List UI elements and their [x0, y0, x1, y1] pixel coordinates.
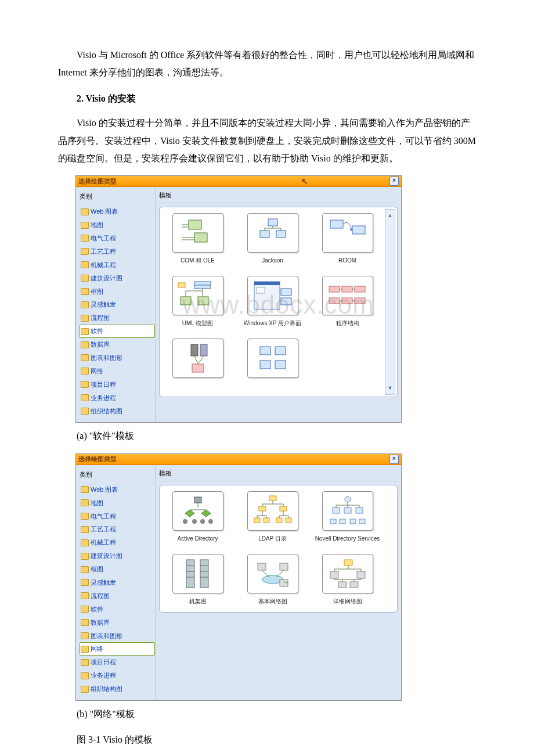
sidebar-item-label: 工艺工程 [91, 523, 116, 535]
svg-rect-29 [342, 286, 352, 292]
sidebar-item-图表和图形[interactable]: 图表和图形 [80, 351, 155, 365]
svg-rect-27 [281, 298, 291, 305]
svg-rect-58 [254, 518, 260, 523]
sidebar-item-业务进程[interactable]: 业务进程 [80, 391, 155, 405]
sidebar-item-机械工程[interactable]: 机械工程 [80, 536, 155, 549]
sidebar-item-电气工程[interactable]: 电气工程 [80, 232, 155, 245]
scrollbar[interactable]: ▲ ▼ [385, 209, 395, 395]
folder-icon [81, 315, 89, 322]
template-item[interactable]: Novell Directory Services [313, 491, 382, 546]
template-thumb-prog-icon [322, 276, 373, 315]
sidebar-item-建筑设计图[interactable]: 建筑设计图 [80, 549, 155, 563]
sidebar-item-label: 建筑设计图 [91, 550, 122, 562]
template-label: UML 模型图 [182, 318, 214, 330]
sidebar-item-组织结构图[interactable]: 组织结构图 [80, 682, 155, 696]
svg-rect-33 [355, 298, 365, 304]
sidebar-item-label: 组织结构图 [91, 683, 122, 695]
sidebar-item-框图[interactable]: 框图 [80, 563, 155, 576]
scroll-down-icon[interactable]: ▼ [388, 383, 393, 393]
sidebar-item-Web 图表[interactable]: Web 图表 [80, 205, 155, 218]
template-thumb-room-icon [322, 213, 373, 253]
sidebar-item-灵感触发[interactable]: 灵感触发 [80, 298, 155, 311]
folder-icon [81, 539, 89, 546]
figure-label: 图 3-1 Visio 的模板 [58, 731, 476, 748]
sidebar-item-label: Web 图表 [91, 206, 118, 218]
scroll-up-icon[interactable]: ▲ [388, 211, 393, 221]
sidebar-item-label: 地图 [91, 219, 103, 231]
folder-icon [81, 222, 89, 229]
close-icon[interactable]: × [389, 455, 399, 464]
folder-icon [81, 288, 89, 295]
template-header: 模板 [159, 467, 172, 480]
folder-icon [81, 672, 89, 679]
template-item[interactable]: 机架图 [163, 554, 232, 609]
svg-line-99 [262, 570, 269, 577]
template-item[interactable]: ROOM [313, 213, 382, 268]
template-thumb-com-icon [172, 213, 223, 253]
sidebar-item-label: 机械工程 [91, 259, 116, 271]
svg-rect-96 [258, 563, 266, 570]
close-icon[interactable]: × [389, 177, 399, 186]
category-header: 类别 [80, 190, 155, 203]
dialog-titlebar[interactable]: 选择绘图类型 ↖ × [76, 176, 401, 187]
svg-rect-102 [344, 560, 352, 566]
category-sidebar: 类别 Web 图表地图电气工程工艺工程机械工程建筑设计图框图灵感触发流程图软件数… [76, 465, 156, 700]
sidebar-item-label: 网络 [91, 365, 103, 377]
sidebar-item-软件[interactable]: 软件 [80, 325, 155, 338]
sidebar-item-label: 项目日程 [91, 379, 116, 391]
svg-point-74 [345, 496, 351, 502]
folder-icon [81, 341, 89, 348]
sidebar-item-地图[interactable]: 地图 [80, 218, 155, 232]
template-item[interactable]: 程序结构 [313, 276, 382, 330]
sidebar-item-数据库[interactable]: 数据库 [80, 338, 155, 351]
sidebar-item-组织结构图[interactable]: 组织结构图 [80, 405, 155, 418]
template-item[interactable] [163, 339, 232, 393]
folder-icon [81, 646, 89, 653]
folder-icon [81, 526, 89, 533]
sidebar-item-图表和图形[interactable]: 图表和图形 [80, 629, 155, 643]
sidebar-item-网络[interactable]: 网络 [80, 365, 155, 378]
svg-rect-60 [276, 518, 282, 523]
sidebar-item-框图[interactable]: 框图 [80, 285, 155, 298]
template-item[interactable]: 详细网络图 [313, 554, 382, 609]
template-item[interactable]: UML 模型图 [163, 276, 232, 330]
sidebar-item-地图[interactable]: 地图 [80, 496, 155, 510]
svg-rect-44 [275, 347, 286, 355]
sidebar-item-label: 框图 [91, 286, 103, 298]
sidebar-item-网络[interactable]: 网络 [80, 642, 155, 656]
sidebar-item-项目日程[interactable]: 项目日程 [80, 656, 155, 669]
svg-rect-47 [194, 497, 201, 503]
sidebar-item-灵感触发[interactable]: 灵感触发 [80, 576, 155, 589]
sidebar-item-电气工程[interactable]: 电气工程 [80, 510, 155, 523]
svg-rect-32 [342, 298, 352, 304]
svg-rect-103 [330, 571, 338, 578]
sidebar-item-流程图[interactable]: 流程图 [80, 589, 155, 603]
folder-icon [81, 235, 89, 242]
svg-rect-25 [257, 287, 265, 293]
folder-icon [81, 606, 89, 613]
dialog-titlebar[interactable]: 选择绘图类型 × [76, 454, 401, 465]
template-item[interactable] [238, 339, 307, 393]
sidebar-item-label: 灵感触发 [91, 298, 116, 311]
template-item[interactable]: Windows XP 用户界面 [238, 276, 307, 330]
template-item[interactable]: COM 和 OLE [163, 213, 232, 268]
sidebar-item-项目日程[interactable]: 项目日程 [80, 378, 155, 391]
svg-rect-13 [330, 220, 343, 228]
sidebar-item-建筑设计图[interactable]: 建筑设计图 [80, 272, 155, 285]
folder-icon [81, 354, 89, 361]
folder-icon [81, 486, 89, 493]
sidebar-item-Web 图表[interactable]: Web 图表 [80, 483, 155, 496]
folder-icon [81, 208, 89, 215]
sidebar-item-软件[interactable]: 软件 [80, 603, 155, 616]
template-item[interactable]: LDAP 目录 [238, 491, 307, 546]
svg-rect-19 [198, 297, 208, 305]
template-item[interactable]: Active Directory [163, 491, 232, 546]
sidebar-item-流程图[interactable]: 流程图 [80, 311, 155, 325]
sidebar-item-工艺工程[interactable]: 工艺工程 [80, 245, 155, 258]
sidebar-item-业务进程[interactable]: 业务进程 [80, 669, 155, 682]
template-item[interactable]: 基本网络图 [238, 554, 307, 609]
sidebar-item-数据库[interactable]: 数据库 [80, 616, 155, 629]
sidebar-item-机械工程[interactable]: 机械工程 [80, 258, 155, 272]
template-item[interactable]: Jackson [238, 213, 307, 268]
sidebar-item-工艺工程[interactable]: 工艺工程 [80, 523, 155, 536]
